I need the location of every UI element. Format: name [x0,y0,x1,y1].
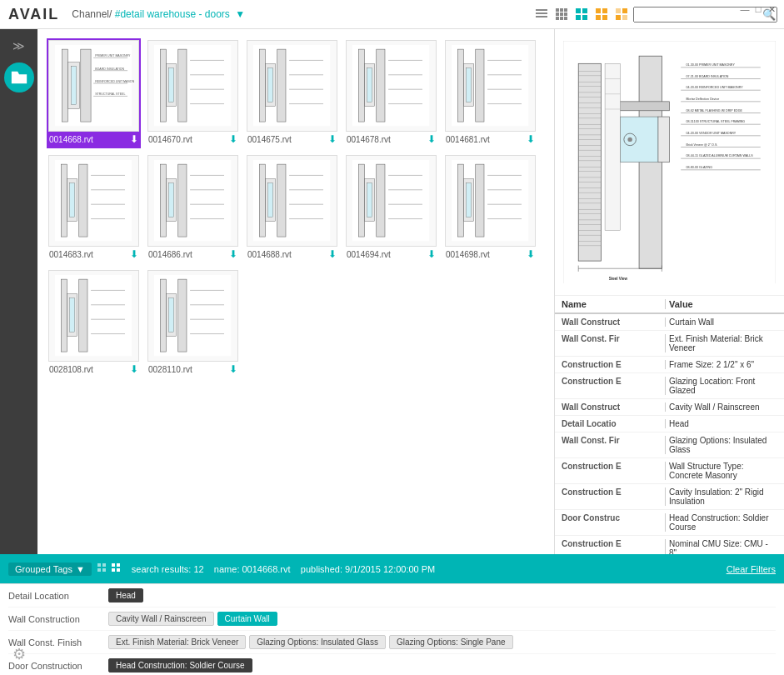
svg-text:08-80-00 GLAZING: 08-80-00 GLAZING [687,166,713,169]
thumbnail-item[interactable]: 0028110.rvt ⬇ [146,268,240,378]
clear-filters-button[interactable]: Clear Filters [727,564,776,574]
thumbnail-item[interactable]: 0014698.rvt ⬇ [443,153,537,263]
svg-rect-131 [161,280,167,352]
svg-text:08-44-15 GLAZED ALUMINUM CURTA: 08-44-15 GLAZED ALUMINUM CURTAIN WALLS [687,154,754,158]
tags-list: Head [108,588,776,602]
property-row: Construction E Nominal CMU Size: CMU - 8… [555,536,784,554]
tags-list: Head Construction: Soldier Course [108,658,776,672]
thumbnail-footer: 0014688.rvt ⬇ [247,247,337,262]
property-value: Nominal CMU Size: CMU - 8" [669,539,777,554]
settings-icon[interactable]: ⚙ [7,642,32,667]
svg-rect-15 [582,15,587,20]
view-grid-small-button[interactable] [553,6,570,22]
status-grid-icon[interactable] [97,562,107,576]
properties-header: Name Value [555,296,784,314]
thumbnail-name: 0014688.rvt [247,250,292,259]
svg-rect-85 [169,183,174,218]
download-icon[interactable]: ⬇ [130,133,138,145]
svg-rect-41 [161,50,167,122]
thumbnail-image [346,40,437,132]
download-icon[interactable]: ⬇ [427,133,436,145]
sidebar-folder-icon[interactable] [4,62,34,92]
view-grid-medium-button[interactable] [573,6,590,22]
minimize-button[interactable]: — [739,3,751,15]
download-icon[interactable]: ⬇ [229,248,237,260]
tag-chip[interactable]: Head [108,588,143,602]
property-value: Curtain Wall [669,318,777,327]
published-date: published: 9/1/2015 12:00:00 PM [301,564,435,574]
tag-chip[interactable]: Head Construction: Soldier Course [108,658,252,672]
property-row: Construction E Wall Structure Type: Conc… [555,458,784,484]
thumbnail-item[interactable]: 0014675.rvt ⬇ [245,38,339,148]
thumbnail-item[interactable]: 0014678.rvt ⬇ [344,38,438,148]
tag-chip[interactable]: Glazing Options: Insulated Glass [249,635,386,649]
download-icon[interactable]: ⬇ [527,133,535,145]
thumbnail-item[interactable]: 0014670.rvt ⬇ [146,38,240,148]
view-list-button[interactable] [533,6,550,22]
app-logo: AVAIL [8,6,59,23]
properties-table: Name Value Wall Construct Curtain Wall W… [555,296,784,554]
close-button[interactable]: ✕ [766,3,777,15]
thumbnail-image [247,40,337,132]
sidebar-toggle-button[interactable]: ≫ [7,38,32,54]
download-icon[interactable]: ⬇ [527,248,535,260]
view-grid-large-button[interactable] [593,6,610,22]
property-name: Construction E [562,488,662,497]
status-grid-active-icon[interactable] [111,562,122,576]
download-icon[interactable]: ⬇ [427,248,436,260]
svg-rect-50 [260,50,266,122]
download-icon[interactable]: ⬇ [328,133,337,145]
svg-rect-18 [596,15,601,20]
breadcrumb-detail[interactable]: #detail warehouse - doors [115,8,230,20]
tag-chip[interactable]: Glazing Options: Single Pane [389,635,513,649]
thumbnail-item[interactable]: 0014681.rvt ⬇ [443,38,537,148]
view-grid-color-button[interactable] [613,6,630,22]
tag-chip[interactable]: Cavity Wall / Rainscreen [108,612,214,626]
thumbnail-item[interactable]: 0014694.rvt ⬇ [344,153,438,263]
breadcrumb-arrow[interactable]: ▼ [235,8,245,20]
thumbnail-name: 0028110.rvt [148,365,192,374]
property-name: Detail Locatio [562,419,662,428]
thumbnail-name: 0014681.rvt [446,135,490,144]
thumbnail-image [445,155,536,247]
svg-rect-0 [536,9,547,11]
thumbnail-footer: 0014681.rvt ⬇ [445,132,536,147]
svg-rect-7 [560,12,563,16]
svg-rect-68 [458,50,464,122]
thumbnail-item[interactable]: 0014688.rvt ⬇ [245,153,339,263]
thumbnail-footer: 0028110.rvt ⬇ [147,362,238,377]
preview-panel: 01-30-00 PRIMER UNIT MASONRY 07-21-00 BO… [554,29,784,554]
download-icon[interactable]: ⬇ [229,363,237,375]
svg-rect-122 [62,280,67,352]
property-name: Door Construc [562,513,662,522]
thumbnail-item[interactable]: 0014686.rvt ⬇ [146,153,240,263]
tag-row: Wall Const. FinishExt. Finish Material: … [8,631,776,654]
svg-rect-130 [169,298,174,332]
svg-rect-13 [582,8,587,13]
svg-rect-4 [560,8,563,12]
svg-rect-67 [467,68,472,102]
download-icon[interactable]: ⬇ [328,248,337,260]
svg-rect-197 [117,568,120,572]
svg-rect-142 [605,63,620,230]
thumbnail-footer: 0014670.rvt ⬇ [147,132,238,147]
svg-rect-113 [458,165,464,238]
tag-chip[interactable]: Curtain Wall [217,612,277,626]
grouped-tags-button[interactable]: Grouped Tags ▼ [8,562,92,576]
restore-button[interactable]: □ [752,3,764,15]
thumbnail-item[interactable]: 0014683.rvt ⬇ [47,153,141,263]
download-icon[interactable]: ⬇ [130,248,138,260]
thumbnail-item[interactable]: 0028108.rvt ⬇ [47,268,141,378]
download-icon[interactable]: ⬇ [229,133,237,145]
svg-rect-104 [359,165,365,238]
svg-rect-25 [81,50,91,122]
svg-rect-20 [616,8,621,13]
svg-rect-23 [622,15,627,20]
thumbnail-item[interactable]: PRIMER UNIT MASONRYBOARD INSULATIONREINF… [47,38,141,148]
tag-chip[interactable]: Ext. Finish Material: Brick Veneer [108,635,246,649]
svg-rect-193 [102,568,106,572]
download-icon[interactable]: ⬇ [130,363,138,375]
svg-rect-38 [178,50,187,122]
svg-rect-12 [576,8,581,13]
svg-rect-76 [70,183,75,218]
